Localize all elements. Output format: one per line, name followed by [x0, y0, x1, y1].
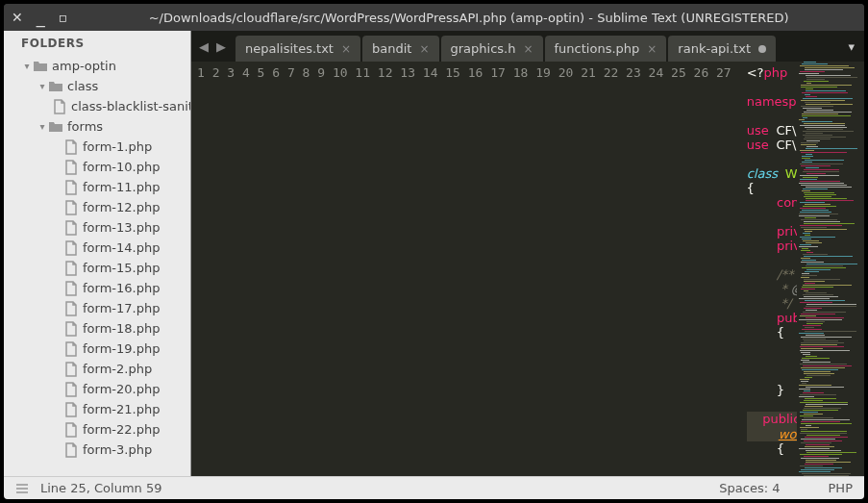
- tree-file[interactable]: form-14.php: [4, 238, 190, 258]
- tree-item-label: class-blacklist-sanitizer.php: [71, 99, 190, 113]
- minimap[interactable]: [797, 62, 864, 476]
- tree-item-label: form-18.php: [83, 321, 160, 336]
- tree-file[interactable]: form-12.php: [4, 197, 190, 217]
- chevron-down-icon: ▾: [21, 61, 33, 71]
- nav-back-icon[interactable]: ◀: [195, 39, 212, 54]
- menu-icon[interactable]: [15, 482, 29, 495]
- tree-file[interactable]: form-10.php: [4, 157, 190, 177]
- titlebar: ✕ _ ▫ ~/Downloads/cloudflare/src/WordPre…: [4, 4, 864, 31]
- tree-item-label: amp-optin: [52, 59, 116, 73]
- tree-file[interactable]: form-11.php: [4, 177, 190, 197]
- tree-item-label: form-13.php: [83, 220, 160, 235]
- tree-file[interactable]: form-21.php: [4, 399, 190, 419]
- tab-label: rank-api.txt: [678, 41, 751, 56]
- tree-folder[interactable]: ▾amp-optin: [4, 56, 190, 76]
- tree-file[interactable]: form-17.php: [4, 298, 190, 318]
- tree-item-label: form-14.php: [83, 240, 160, 255]
- tab-label: functions.php: [555, 41, 640, 56]
- tab[interactable]: graphics.h×: [441, 36, 543, 62]
- tab-bar: ◀ ▶ nepalisites.txt×bandit×graphics.h×fu…: [191, 31, 864, 62]
- tab[interactable]: bandit×: [362, 36, 438, 62]
- tree-item-label: form-17.php: [83, 301, 160, 315]
- tree-item-label: form-15.php: [83, 261, 160, 275]
- tree-item-label: class: [67, 79, 98, 93]
- tree-item-label: form-21.php: [83, 402, 160, 416]
- tab-label: bandit: [372, 41, 411, 56]
- window-title: ~/Downloads/cloudflare/src/WordPress/Wor…: [81, 11, 856, 25]
- maximize-icon[interactable]: ▫: [59, 10, 68, 25]
- close-tab-icon[interactable]: ×: [341, 42, 351, 56]
- sidebar-header: FOLDERS: [4, 31, 190, 56]
- tree-file[interactable]: form-22.php: [4, 419, 190, 440]
- tree-item-label: form-2.php: [83, 362, 152, 376]
- tab-label: graphics.h: [451, 41, 516, 56]
- tree-file[interactable]: form-1.php: [4, 137, 190, 157]
- tree-folder[interactable]: ▾forms: [4, 116, 190, 137]
- tab-overflow-icon[interactable]: ▾: [838, 39, 864, 54]
- tree-item-label: form-12.php: [83, 200, 160, 214]
- tree-file[interactable]: form-15.php: [4, 258, 190, 278]
- tree-folder[interactable]: ▾class: [4, 76, 190, 96]
- tree-item-label: form-11.php: [83, 180, 160, 194]
- tree-file[interactable]: form-3.php: [4, 440, 190, 460]
- line-gutter: 1 2 3 4 5 6 7 8 9 10 11 12 13 14 15 16 1…: [191, 62, 741, 476]
- tree-file[interactable]: form-16.php: [4, 278, 190, 298]
- close-tab-icon[interactable]: ×: [419, 42, 429, 56]
- minimize-icon[interactable]: _: [37, 13, 45, 21]
- chevron-down-icon: ▾: [37, 121, 48, 132]
- tab-label: nepalisites.txt: [245, 41, 334, 56]
- tree-item-label: forms: [67, 119, 103, 134]
- status-bar: Line 25, Column 59 Spaces: 4 PHP: [4, 476, 864, 499]
- code-editor[interactable]: <?php namespace CF\WordPress; use CF\Int…: [741, 62, 797, 476]
- tree-item-label: form-1.php: [83, 139, 152, 154]
- tree-file[interactable]: form-18.php: [4, 318, 190, 339]
- tree-item-label: form-3.php: [83, 442, 152, 457]
- close-tab-icon[interactable]: ×: [523, 42, 533, 56]
- cursor-position: Line 25, Column 59: [40, 481, 162, 495]
- tree-item-label: form-19.php: [83, 341, 160, 356]
- tree-item-label: form-16.php: [83, 281, 160, 295]
- tree-file[interactable]: form-20.php: [4, 379, 190, 399]
- tab[interactable]: rank-api.txt: [668, 36, 776, 62]
- chevron-down-icon: ▾: [37, 81, 48, 91]
- close-icon[interactable]: ✕: [12, 10, 23, 25]
- sidebar: FOLDERS ▾amp-optin▾classclass-blacklist-…: [4, 31, 191, 476]
- tree-file[interactable]: form-13.php: [4, 217, 190, 238]
- tree-file[interactable]: class-blacklist-sanitizer.php: [4, 96, 190, 116]
- tree-file[interactable]: form-19.php: [4, 339, 190, 359]
- tree-item-label: form-22.php: [83, 422, 160, 437]
- tab[interactable]: nepalisites.txt×: [236, 36, 360, 62]
- indent-setting[interactable]: Spaces: 4: [719, 481, 780, 495]
- tab[interactable]: functions.php×: [545, 36, 667, 62]
- tree-item-label: form-20.php: [83, 382, 160, 396]
- close-tab-icon[interactable]: ×: [647, 42, 657, 56]
- nav-forward-icon[interactable]: ▶: [212, 39, 230, 54]
- dirty-indicator-icon: [758, 45, 766, 53]
- tree-file[interactable]: form-2.php: [4, 359, 190, 379]
- folder-tree[interactable]: ▾amp-optin▾classclass-blacklist-sanitize…: [4, 56, 190, 476]
- syntax-mode[interactable]: PHP: [829, 481, 853, 495]
- tree-item-label: form-10.php: [83, 160, 160, 174]
